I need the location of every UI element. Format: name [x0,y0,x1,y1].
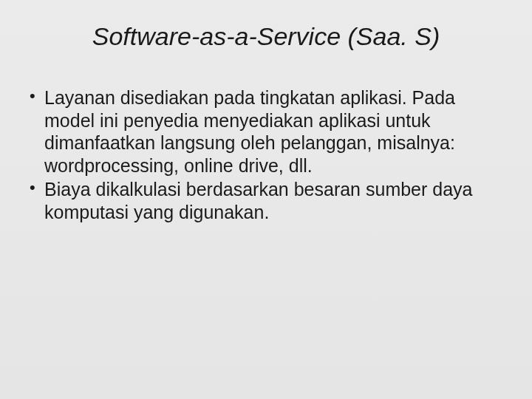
slide-container: Software-as-a-Service (Saa. S) Layanan d… [0,0,532,399]
slide-title: Software-as-a-Service (Saa. S) [22,22,510,51]
slide-content: Layanan disediakan pada tingkatan aplika… [22,86,510,223]
bullet-item: Biaya dikalkulasi berdasarkan besaran su… [25,178,488,223]
bullet-list: Layanan disediakan pada tingkatan aplika… [25,86,488,223]
bullet-item: Layanan disediakan pada tingkatan aplika… [25,86,488,177]
